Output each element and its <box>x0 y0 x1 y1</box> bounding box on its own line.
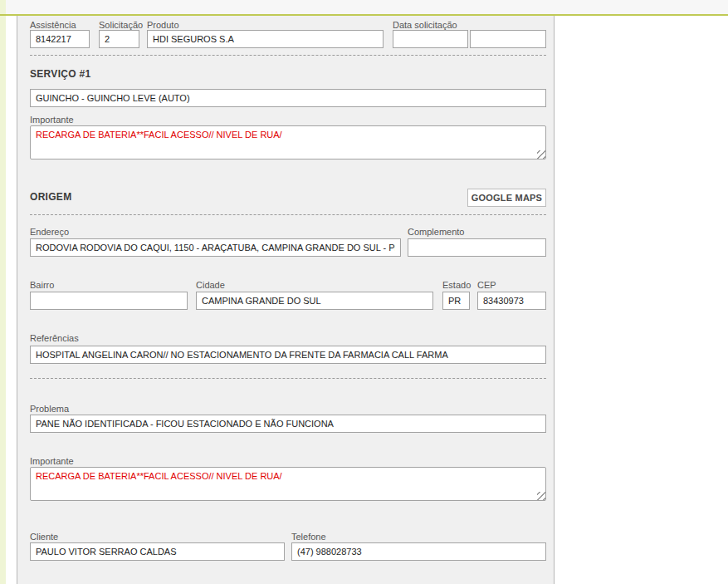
data-solicitacao-time-input[interactable] <box>470 30 546 48</box>
endereco-input[interactable] <box>30 238 401 257</box>
cliente-label: Cliente <box>30 532 58 542</box>
importante2-textarea[interactable]: RECARGA DE BATERIA**FACIL ACESSO// NIVEL… <box>30 467 546 501</box>
telefone-input[interactable] <box>291 542 546 561</box>
solicitacao-label: Solicitação <box>99 20 143 30</box>
servico-tipo-input[interactable] <box>30 89 546 107</box>
telefone-label: Telefone <box>291 532 326 542</box>
problema-input[interactable] <box>30 415 546 433</box>
complemento-label: Complemento <box>408 227 464 237</box>
bairro-label: Bairro <box>30 280 54 290</box>
section-divider <box>30 378 546 379</box>
importante2-label: Importante <box>30 456 74 466</box>
referencias-label: Referências <box>30 333 79 343</box>
top-bar <box>6 0 728 14</box>
solicitacao-input[interactable] <box>99 30 139 48</box>
cep-input[interactable] <box>477 292 546 310</box>
estado-label: Estado <box>442 280 471 290</box>
estado-input[interactable] <box>442 292 470 310</box>
google-maps-button[interactable]: GOOGLE MAPS <box>467 189 546 207</box>
cidade-label: Cidade <box>196 280 225 290</box>
produto-input[interactable] <box>147 30 384 48</box>
assistencia-label: Assistência <box>30 20 76 30</box>
problema-label: Problema <box>30 404 69 414</box>
referencias-input[interactable] <box>30 346 546 364</box>
bairro-input[interactable] <box>30 292 188 310</box>
importante-label: Importante <box>30 115 74 125</box>
origem-section-title: ORIGEM <box>30 191 71 203</box>
section-divider <box>30 55 546 56</box>
cliente-input[interactable] <box>30 542 285 561</box>
left-accent-strip <box>0 0 6 584</box>
data-solicitacao-date-input[interactable] <box>393 30 468 48</box>
complemento-input[interactable] <box>408 238 546 257</box>
assistencia-input[interactable] <box>30 30 90 48</box>
cep-label: CEP <box>477 280 496 290</box>
cidade-input[interactable] <box>196 292 433 310</box>
endereco-label: Endereço <box>30 227 69 237</box>
importante-textarea[interactable]: RECARGA DE BATERIA**FACIL ACESSO// NIVEL… <box>30 125 546 159</box>
servico-section-title: SERVIÇO #1 <box>30 68 90 80</box>
data-solicitacao-label: Data solicitação <box>393 20 457 30</box>
produto-label: Produto <box>147 20 179 30</box>
section-divider <box>30 214 546 215</box>
service-form-panel: Assistência Solicitação Produto Data sol… <box>17 16 555 584</box>
